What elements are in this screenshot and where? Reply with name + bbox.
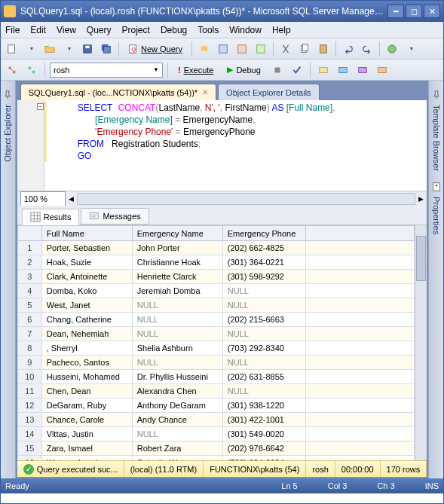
row-number[interactable]: 7	[17, 327, 41, 341]
table-row[interactable]: 15Zara, IsmaelRobert Zara(202) 978-6642	[17, 441, 415, 456]
menu-debug[interactable]: Debug	[161, 25, 187, 35]
pushpin-icon[interactable]	[431, 90, 442, 100]
cell[interactable]: (301) 422-1001	[222, 413, 305, 427]
new-project-button[interactable]	[4, 41, 20, 57]
sql-code[interactable]: SELECT CONCAT(LastName, N', ', FirstName…	[44, 100, 338, 191]
cell[interactable]: (301) 598-9292	[222, 270, 305, 284]
cell[interactable]: NULL	[222, 327, 305, 341]
row-number[interactable]: 14	[17, 427, 41, 441]
connect-button[interactable]	[4, 62, 20, 78]
change-connection-button[interactable]	[23, 62, 40, 78]
cell[interactable]: Shelia Ashburn	[132, 341, 222, 356]
table-row[interactable]: 9Pacheco, SantosNULLNULL	[17, 356, 415, 370]
scrollbar-thumb[interactable]	[416, 236, 426, 281]
cell[interactable]: (301) 938-1220	[222, 399, 305, 413]
table-row[interactable]: 7Dean, NehemiahNULLNULL	[17, 327, 415, 341]
row-number[interactable]: 8	[17, 341, 41, 356]
debug-button[interactable]: ▶ Debug	[222, 62, 265, 78]
paste-button[interactable]	[315, 41, 332, 57]
sql-editor[interactable]: − SELECT CONCAT(LastName, N', ', FirstNa…	[17, 100, 427, 191]
row-number[interactable]: 13	[17, 413, 41, 427]
include-plan-icon[interactable]	[335, 62, 351, 78]
results-tab[interactable]: Results	[22, 209, 80, 225]
cell[interactable]: NULL	[222, 356, 305, 370]
row-number[interactable]: 2	[17, 255, 41, 270]
properties-tab[interactable]: Properties	[430, 192, 442, 239]
menu-project[interactable]: Project	[122, 25, 150, 35]
cell[interactable]: West, Janet	[41, 298, 132, 313]
cell[interactable]: (202) 215-6663	[222, 313, 305, 327]
col-header[interactable]: Full Name	[41, 226, 132, 241]
cell[interactable]: Chance, Carole	[41, 413, 132, 427]
scroll-right-icon[interactable]: ▶	[418, 195, 424, 203]
cell[interactable]: Anthony DeGaram	[132, 399, 222, 413]
xmla-query-icon[interactable]	[253, 41, 269, 57]
menu-view[interactable]: View	[57, 25, 76, 35]
options-icon[interactable]	[374, 62, 390, 78]
execute-button[interactable]: ! Execute	[173, 62, 219, 78]
db-engine-query-icon[interactable]	[196, 41, 213, 57]
cell[interactable]: Zara, Ismael	[41, 441, 132, 456]
close-button[interactable]: ✕	[424, 5, 440, 18]
minimize-button[interactable]: ━	[387, 5, 404, 18]
table-row[interactable]: 11Chen, DeanAlexandra ChenNULL	[17, 384, 415, 399]
cell[interactable]: Dean, Nehemiah	[41, 327, 132, 341]
cell[interactable]: (202) 978-6642	[222, 441, 305, 456]
cell[interactable]: Chen, Dean	[41, 384, 132, 399]
table-row[interactable]: 14Vittas, JustinNULL(301) 549-0020	[17, 427, 415, 441]
cell[interactable]: (202) 662-4825	[222, 241, 305, 255]
table-row[interactable]: 5West, JanetNULLNULL	[17, 298, 415, 313]
table-row[interactable]: 12DeGaram, RubyAnthony DeGaram(301) 938-…	[17, 399, 415, 413]
row-number[interactable]: 11	[17, 384, 41, 399]
cell[interactable]: (202) 631-8855	[222, 370, 305, 384]
table-row[interactable]: 4Domba, KokoJeremiah DombaNULL	[17, 284, 415, 298]
cell[interactable]: , Sherryl	[41, 341, 132, 356]
display-plan-icon[interactable]	[315, 62, 332, 78]
cell[interactable]: John Porter	[132, 241, 222, 255]
col-header[interactable]	[17, 226, 41, 241]
open-button[interactable]	[41, 41, 58, 57]
dropdown-icon[interactable]: ▼	[403, 41, 419, 57]
cell[interactable]: NULL	[222, 284, 305, 298]
cell[interactable]: NULL	[132, 427, 222, 441]
activity-monitor-icon[interactable]	[384, 41, 400, 57]
cell[interactable]: Chang, Catherine	[41, 313, 132, 327]
dropdown-icon[interactable]: ▼	[60, 41, 77, 57]
template-browser-tab[interactable]: Template Browser	[430, 100, 442, 176]
include-stats-icon[interactable]	[354, 62, 371, 78]
cell[interactable]: NULL	[132, 313, 222, 327]
row-number[interactable]: 1	[17, 241, 41, 255]
cell[interactable]: Robert Zara	[132, 441, 222, 456]
menu-file[interactable]: File	[5, 25, 20, 35]
cell[interactable]: DeGaram, Ruby	[41, 399, 132, 413]
row-number[interactable]: 6	[17, 313, 41, 327]
cell[interactable]: Christianne Hoak	[132, 255, 222, 270]
row-number[interactable]: 15	[17, 441, 41, 456]
table-row[interactable]: 13Chance, CaroleAndy Chance(301) 422-100…	[17, 413, 415, 427]
cell[interactable]: (301) 364-0221	[222, 255, 305, 270]
table-row[interactable]: 8, SherrylShelia Ashburn(703) 292-8340	[17, 341, 415, 356]
pushpin-icon[interactable]	[2, 90, 13, 100]
cell[interactable]: Andy Chance	[132, 413, 222, 427]
cell[interactable]: NULL	[132, 356, 222, 370]
cell[interactable]: Vittas, Justin	[41, 427, 132, 441]
cell[interactable]: Domba, Koko	[41, 284, 132, 298]
tab-object-explorer-details[interactable]: Object Explorer Details	[218, 84, 320, 100]
new-query-button[interactable]: Q New Query	[123, 41, 188, 57]
copy-button[interactable]	[296, 41, 313, 57]
menu-edit[interactable]: Edit	[30, 25, 46, 35]
row-number[interactable]: 4	[17, 284, 41, 298]
parse-button[interactable]	[289, 62, 305, 78]
cell[interactable]: Jeremiah Domba	[132, 284, 222, 298]
table-row[interactable]: 10Husseini, MohamedDr. Phyllis Husseini(…	[17, 370, 415, 384]
save-all-button[interactable]	[98, 41, 115, 57]
properties-icon[interactable]	[431, 182, 442, 192]
results-grid[interactable]: Full NameEmergency NameEmergency Phone1P…	[17, 225, 415, 460]
messages-tab[interactable]: Messages	[81, 208, 149, 225]
cell[interactable]: Henriette Clarck	[132, 270, 222, 284]
col-header[interactable]: Emergency Name	[132, 226, 222, 241]
row-number[interactable]: 12	[17, 399, 41, 413]
cell[interactable]: Hoak, Suzie	[41, 255, 132, 270]
maximize-button[interactable]: ◻	[406, 5, 422, 18]
table-row[interactable]: 6Chang, CatherineNULL(202) 215-6663	[17, 313, 415, 327]
